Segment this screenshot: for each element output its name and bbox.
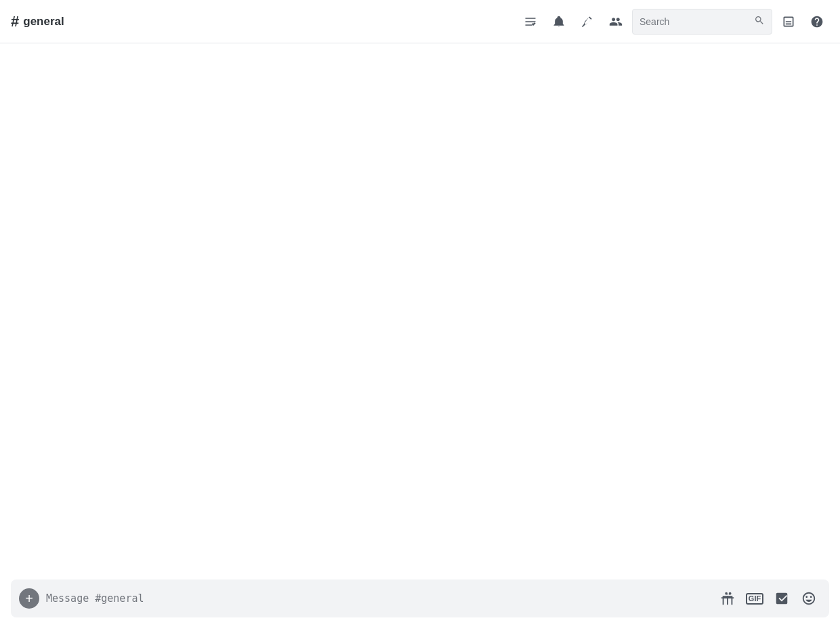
search-icon — [754, 15, 765, 28]
help-button[interactable] — [805, 9, 829, 34]
notifications-button[interactable] — [547, 9, 571, 34]
message-input-area: + GIF — [0, 571, 840, 631]
channel-header: # general — [0, 0, 840, 43]
header-actions — [518, 9, 829, 35]
inbox-button[interactable] — [776, 9, 801, 34]
message-input-container: + GIF — [11, 579, 829, 617]
svg-line-0 — [583, 24, 585, 26]
threads-icon-svg — [524, 15, 537, 28]
message-text-input[interactable] — [46, 592, 709, 606]
gift-button[interactable] — [715, 586, 740, 611]
emoji-button[interactable] — [797, 586, 821, 611]
help-icon-svg — [810, 15, 824, 28]
channel-hash-symbol: # — [11, 13, 19, 30]
plus-icon: + — [25, 591, 33, 607]
pin-button[interactable] — [575, 9, 600, 34]
apps-button[interactable] — [770, 586, 794, 611]
search-input[interactable] — [639, 16, 750, 27]
members-button[interactable] — [604, 9, 628, 34]
threads-icon[interactable] — [518, 9, 543, 34]
apps-icon-svg — [774, 591, 789, 606]
search-box[interactable] — [632, 9, 772, 35]
bell-icon-svg — [552, 15, 566, 28]
channel-title-area: # general — [11, 13, 64, 30]
channel-name: general — [23, 15, 64, 28]
pin-icon-svg — [581, 15, 594, 28]
inbox-icon-svg — [782, 15, 795, 28]
gif-button[interactable]: GIF — [742, 586, 767, 611]
gif-icon: GIF — [746, 593, 763, 605]
svg-rect-1 — [727, 596, 728, 605]
gift-icon-svg — [720, 591, 735, 606]
members-icon-svg — [609, 15, 623, 28]
add-content-button[interactable]: + — [19, 588, 39, 609]
message-list — [0, 43, 840, 571]
input-action-buttons: GIF — [715, 586, 821, 611]
emoji-icon-svg — [801, 591, 816, 606]
